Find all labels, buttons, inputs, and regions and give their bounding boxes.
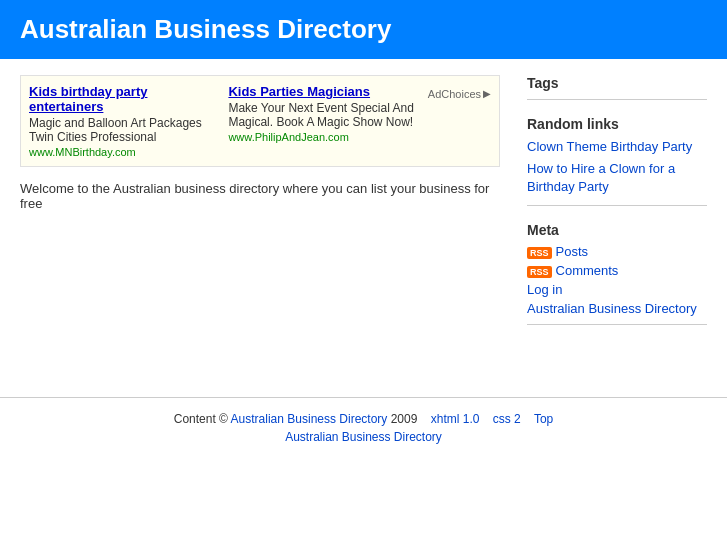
meta-title: Meta [527, 222, 707, 238]
rss-icon-comments: RSS [527, 266, 552, 278]
site-header: Australian Business Directory [0, 0, 727, 59]
site-title: Australian Business Directory [20, 14, 707, 45]
main-wrapper: Kids birthday party entertainers Magic a… [0, 59, 727, 357]
meta-link-comments[interactable]: RSSComments [527, 263, 707, 278]
meta-link-posts[interactable]: RSSPosts [527, 244, 707, 259]
footer-directory-link[interactable]: Australian Business Directory [231, 412, 388, 426]
welcome-text: Welcome to the Australian business direc… [20, 181, 507, 211]
directory-link-sidebar[interactable]: Australian Business Directory [527, 301, 707, 316]
footer-css-link[interactable]: css 2 [493, 412, 521, 426]
random-links-divider [527, 205, 707, 206]
meta-divider [527, 324, 707, 325]
adchoices-label: AdChoices [428, 88, 481, 100]
ad-1-title[interactable]: Kids birthday party entertainers [29, 84, 218, 114]
sidebar: Tags Random links Clown Theme Birthday P… [527, 75, 707, 341]
sidebar-random-links-section: Random links Clown Theme Birthday Party … [527, 116, 707, 206]
posts-link[interactable]: Posts [556, 244, 589, 259]
ad-1-url: www.MNBirthday.com [29, 146, 218, 158]
footer-line-2: Australian Business Directory [20, 430, 707, 444]
footer-line-1: Content © Australian Business Directory … [20, 412, 707, 426]
footer-year: 2009 [391, 412, 418, 426]
adchoices-icon: ▶ [483, 88, 491, 99]
tags-title: Tags [527, 75, 707, 91]
sidebar-meta-section: Meta RSSPosts RSSComments Log in Austral… [527, 222, 707, 325]
ad-block-1: Kids birthday party entertainers Magic a… [29, 84, 218, 158]
ad-container: Kids birthday party entertainers Magic a… [20, 75, 500, 167]
main-content: Kids birthday party entertainers Magic a… [20, 75, 507, 341]
site-footer: Content © Australian Business Directory … [0, 397, 727, 458]
random-link-2[interactable]: How to Hire a Clown for a Birthday Party [527, 160, 707, 196]
rss-icon-posts: RSS [527, 247, 552, 259]
footer-xhtml-link[interactable]: xhtml 1.0 [431, 412, 480, 426]
footer-content-text: Content © [174, 412, 228, 426]
comments-link[interactable]: Comments [556, 263, 619, 278]
ad-block-2: Kids Parties Magicians Make Your Next Ev… [228, 84, 417, 158]
tags-divider [527, 99, 707, 100]
ad-2-url: www.PhilipAndJean.com [228, 131, 417, 143]
ad-2-desc: Make Your Next Event Special And Magical… [228, 101, 417, 129]
footer-bottom-directory-link[interactable]: Australian Business Directory [285, 430, 442, 444]
sidebar-tags-section: Tags [527, 75, 707, 100]
adchoices[interactable]: AdChoices ▶ [428, 84, 491, 158]
ad-1-desc: Magic and Balloon Art Packages Twin Citi… [29, 116, 218, 144]
footer-top-link[interactable]: Top [534, 412, 553, 426]
login-link[interactable]: Log in [527, 282, 707, 297]
random-link-1[interactable]: Clown Theme Birthday Party [527, 138, 707, 156]
random-links-title: Random links [527, 116, 707, 132]
ad-2-title[interactable]: Kids Parties Magicians [228, 84, 417, 99]
